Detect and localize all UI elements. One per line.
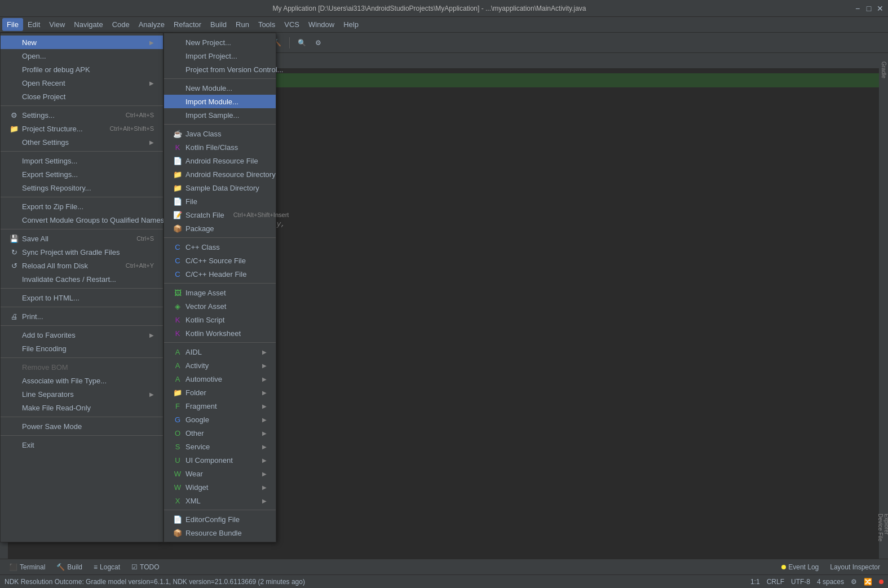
- menu-window[interactable]: Window: [304, 18, 339, 31]
- menu-vcs[interactable]: VCS: [280, 18, 304, 31]
- submenu-widget[interactable]: W Widget ▶: [164, 480, 276, 494]
- submenu-cpp-header[interactable]: C C/C++ Header File: [164, 267, 276, 281]
- menu-other-settings[interactable]: Other Settings ▶: [1, 135, 163, 149]
- submenu-kotlin-script[interactable]: K Kotlin Script: [164, 313, 276, 326]
- submenu-xml[interactable]: X XML ▶: [164, 494, 276, 507]
- tab-settings-icon[interactable]: ⚙: [851, 578, 857, 586]
- menu-invalidate-caches[interactable]: Invalidate Caches / Restart...: [1, 272, 163, 286]
- submenu-android-resource-dir[interactable]: 📁 Android Resource Directory: [164, 167, 276, 181]
- submenu-google[interactable]: G Google ▶: [164, 413, 276, 426]
- menu-import-settings[interactable]: Import Settings...: [1, 154, 163, 167]
- submenu-new-project[interactable]: New Project...: [164, 36, 276, 49]
- menu-line-separators[interactable]: Line Separators ▶: [1, 387, 163, 401]
- event-log-button[interactable]: Event Log: [778, 562, 822, 572]
- layout-inspector-button[interactable]: Layout Inspector: [827, 562, 883, 572]
- menu-view[interactable]: View: [45, 18, 69, 31]
- submenu-scratch-file[interactable]: 📝 Scratch File Ctrl+Alt+Shift+Insert: [164, 208, 276, 222]
- git-icon[interactable]: 🔀: [864, 578, 872, 586]
- menu-power-save[interactable]: Power Save Mode: [1, 419, 163, 433]
- menu-export-html[interactable]: Export to HTML...: [1, 291, 163, 304]
- menu-refactor[interactable]: Refactor: [169, 18, 206, 31]
- menu-close-project[interactable]: Close Project: [1, 90, 163, 103]
- line-ending-indicator[interactable]: CRLF: [767, 578, 784, 586]
- logcat-tab[interactable]: ≡ Logcat: [89, 562, 125, 573]
- submenu-cpp-source[interactable]: C C/C++ Source File: [164, 254, 276, 267]
- submenu-editorconfig[interactable]: 📄 EditorConfig File: [164, 512, 276, 526]
- menu-sync-gradle[interactable]: ↻ Sync Project with Gradle Files: [1, 245, 163, 259]
- menu-edit[interactable]: Edit: [23, 18, 45, 31]
- menu-tools[interactable]: Tools: [254, 18, 280, 31]
- submenu-other[interactable]: O Other ▶: [164, 426, 276, 440]
- menu-project-structure[interactable]: 📁 Project Structure... Ctrl+Alt+Shift+S: [1, 122, 163, 135]
- terminal-tab[interactable]: ⬛ Terminal: [5, 562, 50, 573]
- menu-add-favorites[interactable]: Add to Favorites ▶: [1, 328, 163, 342]
- submenu-image-asset[interactable]: 🖼 Image Asset: [164, 286, 276, 299]
- submenu-android-resource-file[interactable]: 📄 Android Resource File: [164, 154, 276, 167]
- menu-analyze[interactable]: Analyze: [134, 18, 169, 31]
- close-button[interactable]: ✕: [877, 5, 883, 12]
- submenu-service[interactable]: S Service ▶: [164, 440, 276, 453]
- submenu-import-module[interactable]: Import Module...: [164, 95, 276, 108]
- submenu-project-vcs[interactable]: Project from Version Control...: [164, 63, 276, 76]
- menu-save-all[interactable]: 💾 Save All Ctrl+S: [1, 232, 163, 245]
- menu-export-settings[interactable]: Export Settings...: [1, 167, 163, 181]
- recent-icon: [10, 78, 19, 87]
- fragment-icon: F: [173, 401, 182, 410]
- menu-build[interactable]: Build: [206, 18, 231, 31]
- toolbar-btn-gear[interactable]: ⚙: [312, 38, 325, 48]
- submenu-vector-asset[interactable]: ◈ Vector Asset: [164, 299, 276, 313]
- submenu-kotlin-worksheet[interactable]: K Kotlin Worksheet: [164, 326, 276, 340]
- build-icon: 🔨: [56, 563, 65, 571]
- menu-exit[interactable]: Exit: [1, 438, 163, 452]
- menu-reload-disk[interactable]: ↺ Reload All from Disk Ctrl+Alt+Y: [1, 259, 163, 272]
- submenu-ui-component[interactable]: U UI Component ▶: [164, 453, 276, 467]
- submenu-kotlin-class[interactable]: K Kotlin File/Class: [164, 140, 276, 154]
- todo-tab[interactable]: ☑ TODO: [127, 562, 164, 573]
- maximize-button[interactable]: □: [865, 5, 872, 12]
- submenu-wear[interactable]: W Wear ▶: [164, 467, 276, 480]
- submenu-activity[interactable]: A Activity ▶: [164, 359, 276, 372]
- submenu-fragment[interactable]: F Fragment ▶: [164, 399, 276, 413]
- submenu-file[interactable]: 📄 File: [164, 194, 276, 208]
- menu-settings[interactable]: ⚙ Settings... Ctrl+Alt+S: [1, 108, 163, 122]
- menu-open[interactable]: Open...: [1, 49, 163, 63]
- menu-code[interactable]: Code: [108, 18, 134, 31]
- submenu-import-sample[interactable]: Import Sample...: [164, 108, 276, 122]
- submenu-cpp-class[interactable]: C C++ Class: [164, 240, 276, 254]
- gradle-sidebar[interactable]: Gradle: [879, 53, 888, 87]
- menu-new[interactable]: New ▶: [1, 36, 163, 49]
- submenu-import-project[interactable]: Import Project...: [164, 49, 276, 63]
- menu-run[interactable]: Run: [231, 18, 254, 31]
- menu-help[interactable]: Help: [339, 18, 363, 31]
- submenu-new-module[interactable]: New Module...: [164, 81, 276, 95]
- submenu-folder[interactable]: 📁 Folder ▶: [164, 386, 276, 399]
- menu-associate-file-type[interactable]: Associate with File Type...: [1, 374, 163, 387]
- menu-navigate[interactable]: Navigate: [69, 18, 107, 31]
- build-tab[interactable]: 🔨 Build: [52, 562, 87, 573]
- position-indicator[interactable]: 1:1: [750, 578, 760, 586]
- toolbar-btn-search[interactable]: 🔍: [294, 38, 310, 48]
- encoding-indicator[interactable]: UTF-8: [791, 578, 810, 586]
- minimize-button[interactable]: −: [854, 5, 861, 12]
- menu-settings-repo[interactable]: Settings Repository...: [1, 181, 163, 194]
- submenu-java-class[interactable]: ☕ Java Class: [164, 127, 276, 140]
- menu-profile-apk[interactable]: Profile or debug APK: [1, 63, 163, 76]
- device-file-explorer-sidebar[interactable]: Device File Explorer: [879, 514, 888, 559]
- menu-make-read-only[interactable]: Make File Read-Only: [1, 401, 163, 414]
- menu-open-recent[interactable]: Open Recent ▶: [1, 76, 163, 90]
- widget-icon: W: [173, 483, 182, 492]
- submenu-aidl[interactable]: A AIDL ▶: [164, 345, 276, 359]
- submenu-sample-data-dir[interactable]: 📁 Sample Data Directory: [164, 181, 276, 194]
- folder-icon: 📁: [173, 388, 182, 397]
- menu-export-zip[interactable]: Export to Zip File...: [1, 200, 163, 213]
- save-icon: 💾: [10, 234, 19, 243]
- submenu-package[interactable]: 📦 Package: [164, 222, 276, 235]
- menu-file[interactable]: File: [2, 18, 23, 31]
- todo-icon: ☑: [131, 563, 138, 571]
- indent-indicator[interactable]: 4 spaces: [817, 578, 844, 586]
- menu-print[interactable]: 🖨 Print...: [1, 310, 163, 323]
- menu-convert-module[interactable]: Convert Module Groups to Qualified Names…: [1, 213, 163, 227]
- submenu-resource-bundle[interactable]: 📦 Resource Bundle: [164, 526, 276, 540]
- menu-file-encoding[interactable]: File Encoding: [1, 342, 163, 355]
- submenu-automotive[interactable]: A Automotive ▶: [164, 372, 276, 386]
